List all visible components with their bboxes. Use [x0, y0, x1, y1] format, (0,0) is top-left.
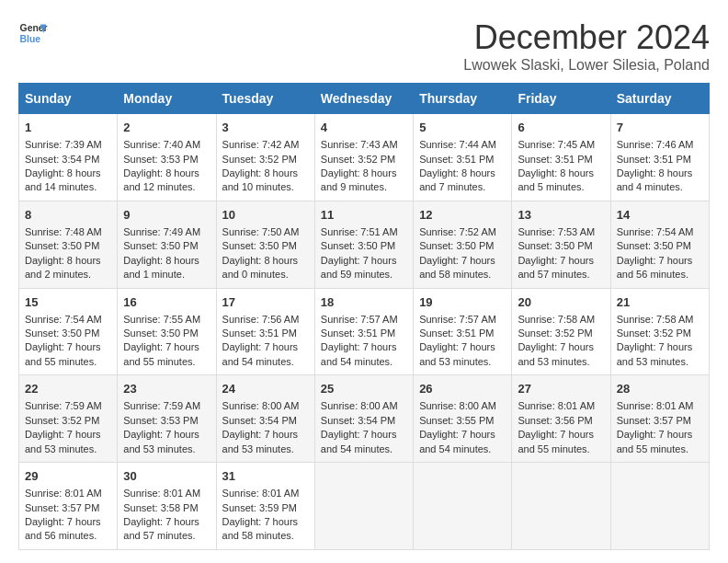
calendar-cell: 25Sunrise: 8:00 AM Sunset: 3:54 PM Dayli… — [314, 375, 413, 463]
calendar-week-row: 29Sunrise: 8:01 AM Sunset: 3:57 PM Dayli… — [19, 463, 710, 550]
day-header-saturday: Saturday — [610, 84, 709, 114]
calendar-cell: 23Sunrise: 7:59 AM Sunset: 3:53 PM Dayli… — [118, 375, 216, 463]
day-number: 8 — [25, 207, 111, 224]
calendar-cell: 6Sunrise: 7:45 AM Sunset: 3:51 PM Daylig… — [512, 114, 610, 201]
sunset-text: Sunset: 3:53 PM — [123, 415, 198, 426]
day-number: 10 — [222, 207, 309, 224]
sunset-text: Sunset: 3:52 PM — [617, 327, 691, 339]
sunset-text: Sunset: 3:53 PM — [123, 154, 198, 165]
sunset-text: Sunset: 3:57 PM — [25, 502, 99, 513]
sunrise-text: Sunrise: 7:46 AM — [617, 139, 694, 150]
sunrise-text: Sunrise: 8:01 AM — [617, 400, 694, 411]
sunrise-text: Sunrise: 8:00 AM — [321, 400, 398, 411]
daylight-text: Daylight: 7 hours and 53 minutes. — [617, 341, 693, 366]
daylight-text: Daylight: 7 hours and 54 minutes. — [222, 341, 299, 366]
sunset-text: Sunset: 3:50 PM — [518, 240, 592, 251]
daylight-text: Daylight: 8 hours and 0 minutes. — [222, 255, 299, 280]
calendar-cell: 15Sunrise: 7:54 AM Sunset: 3:50 PM Dayli… — [19, 288, 118, 375]
calendar-cell: 26Sunrise: 8:00 AM Sunset: 3:55 PM Dayli… — [414, 375, 512, 463]
calendar-cell: 31Sunrise: 8:01 AM Sunset: 3:59 PM Dayli… — [216, 463, 314, 550]
calendar-cell: 21Sunrise: 7:58 AM Sunset: 3:52 PM Dayli… — [610, 288, 709, 375]
sunset-text: Sunset: 3:58 PM — [123, 502, 198, 513]
sunset-text: Sunset: 3:50 PM — [419, 240, 494, 251]
daylight-text: Daylight: 8 hours and 14 minutes. — [25, 167, 101, 192]
sunset-text: Sunset: 3:54 PM — [222, 415, 297, 426]
day-number: 16 — [123, 294, 210, 311]
calendar-cell: 27Sunrise: 8:01 AM Sunset: 3:56 PM Dayli… — [512, 375, 610, 463]
day-number: 9 — [123, 207, 210, 224]
daylight-text: Daylight: 8 hours and 12 minutes. — [123, 167, 199, 192]
day-number: 5 — [419, 120, 506, 136]
daylight-text: Daylight: 8 hours and 7 minutes. — [419, 167, 495, 192]
daylight-text: Daylight: 7 hours and 53 minutes. — [222, 429, 299, 454]
day-number: 24 — [222, 381, 309, 397]
day-number: 23 — [123, 381, 210, 397]
daylight-text: Daylight: 7 hours and 55 minutes. — [25, 341, 101, 366]
day-header-monday: Monday — [118, 84, 216, 114]
sunrise-text: Sunrise: 7:52 AM — [419, 226, 496, 237]
sunrise-text: Sunrise: 7:54 AM — [25, 314, 102, 325]
daylight-text: Daylight: 7 hours and 55 minutes. — [617, 429, 693, 454]
day-number: 4 — [321, 120, 407, 136]
sunset-text: Sunset: 3:57 PM — [617, 415, 691, 426]
calendar-table: SundayMondayTuesdayWednesdayThursdayFrid… — [18, 83, 710, 550]
day-number: 26 — [419, 381, 506, 397]
daylight-text: Daylight: 7 hours and 59 minutes. — [321, 255, 397, 280]
sunset-text: Sunset: 3:54 PM — [321, 415, 395, 426]
calendar-cell: 18Sunrise: 7:57 AM Sunset: 3:51 PM Dayli… — [314, 288, 413, 375]
calendar-cell: 7Sunrise: 7:46 AM Sunset: 3:51 PM Daylig… — [610, 114, 709, 201]
day-header-friday: Friday — [512, 84, 610, 114]
calendar-cell: 13Sunrise: 7:53 AM Sunset: 3:50 PM Dayli… — [512, 201, 610, 288]
calendar-cell: 19Sunrise: 7:57 AM Sunset: 3:51 PM Dayli… — [414, 288, 512, 375]
calendar-cell — [610, 463, 709, 550]
daylight-text: Daylight: 7 hours and 56 minutes. — [25, 516, 101, 541]
daylight-text: Daylight: 8 hours and 4 minutes. — [617, 167, 693, 192]
day-number: 31 — [222, 468, 309, 485]
daylight-text: Daylight: 7 hours and 58 minutes. — [419, 255, 495, 280]
sunset-text: Sunset: 3:59 PM — [222, 502, 297, 513]
sunset-text: Sunset: 3:52 PM — [321, 154, 395, 165]
daylight-text: Daylight: 8 hours and 10 minutes. — [222, 167, 299, 192]
sunset-text: Sunset: 3:50 PM — [123, 240, 198, 251]
sunrise-text: Sunrise: 7:45 AM — [518, 139, 595, 150]
calendar-cell: 16Sunrise: 7:55 AM Sunset: 3:50 PM Dayli… — [118, 288, 216, 375]
day-header-wednesday: Wednesday — [314, 84, 413, 114]
daylight-text: Daylight: 7 hours and 53 minutes. — [518, 341, 594, 366]
calendar-cell — [512, 463, 610, 550]
sunset-text: Sunset: 3:51 PM — [419, 327, 494, 339]
day-number: 17 — [222, 294, 309, 311]
calendar-cell: 1Sunrise: 7:39 AM Sunset: 3:54 PM Daylig… — [19, 114, 118, 201]
calendar-cell: 29Sunrise: 8:01 AM Sunset: 3:57 PM Dayli… — [19, 463, 118, 550]
daylight-text: Daylight: 7 hours and 53 minutes. — [123, 429, 199, 454]
location-title: Lwowek Slaski, Lower Silesia, Poland — [463, 57, 710, 74]
sunrise-text: Sunrise: 8:01 AM — [518, 400, 595, 411]
calendar-cell: 9Sunrise: 7:49 AM Sunset: 3:50 PM Daylig… — [118, 201, 216, 288]
day-number: 27 — [518, 381, 604, 397]
sunset-text: Sunset: 3:52 PM — [518, 327, 592, 339]
sunrise-text: Sunrise: 7:59 AM — [123, 400, 200, 411]
day-number: 25 — [321, 381, 407, 397]
calendar-week-row: 15Sunrise: 7:54 AM Sunset: 3:50 PM Dayli… — [19, 288, 710, 375]
sunset-text: Sunset: 3:50 PM — [25, 240, 99, 251]
day-number: 2 — [123, 120, 210, 136]
calendar-cell: 3Sunrise: 7:42 AM Sunset: 3:52 PM Daylig… — [216, 114, 314, 201]
day-number: 3 — [222, 120, 309, 136]
daylight-text: Daylight: 7 hours and 54 minutes. — [321, 341, 397, 366]
sunset-text: Sunset: 3:51 PM — [222, 327, 297, 339]
sunset-text: Sunset: 3:50 PM — [222, 240, 297, 251]
sunset-text: Sunset: 3:52 PM — [222, 154, 297, 165]
sunrise-text: Sunrise: 7:39 AM — [25, 139, 102, 150]
sunrise-text: Sunrise: 7:58 AM — [518, 314, 595, 325]
day-number: 29 — [25, 468, 111, 485]
calendar-cell: 30Sunrise: 8:01 AM Sunset: 3:58 PM Dayli… — [118, 463, 216, 550]
daylight-text: Daylight: 7 hours and 57 minutes. — [518, 255, 594, 280]
daylight-text: Daylight: 8 hours and 5 minutes. — [518, 167, 594, 192]
sunset-text: Sunset: 3:51 PM — [617, 154, 691, 165]
sunset-text: Sunset: 3:51 PM — [321, 327, 395, 339]
day-number: 18 — [321, 294, 407, 311]
sunrise-text: Sunrise: 7:50 AM — [222, 226, 300, 237]
sunset-text: Sunset: 3:50 PM — [123, 327, 198, 339]
day-number: 30 — [123, 468, 210, 485]
sunrise-text: Sunrise: 7:44 AM — [419, 139, 496, 150]
day-number: 20 — [518, 294, 604, 311]
